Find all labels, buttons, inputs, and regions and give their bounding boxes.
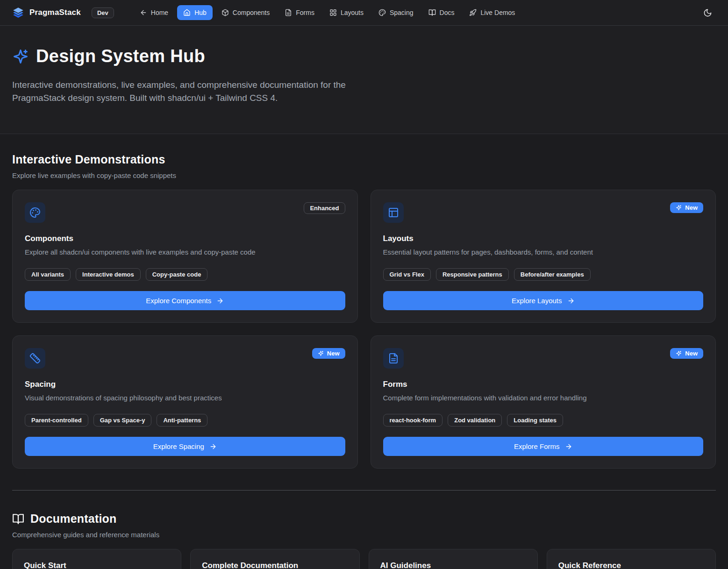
sparkles-icon (12, 48, 29, 65)
nav-item-docs[interactable]: Docs (422, 5, 461, 20)
explore-forms-button[interactable]: Explore Forms (383, 437, 704, 456)
demo-cards-grid: Enhanced Components Explore all shadcn/u… (12, 190, 716, 469)
section-divider (12, 490, 716, 491)
arrow-right-icon (565, 443, 572, 450)
doc-card-title: Complete Documentation (202, 561, 348, 569)
card-title: Components (25, 234, 345, 243)
nav-item-label: Components (233, 9, 270, 16)
button-label: Explore Layouts (512, 297, 562, 305)
doc-card-quick-start[interactable]: Quick Start 5-minute crash course (12, 549, 181, 569)
explore-components-button[interactable]: Explore Components (25, 291, 345, 310)
badge-label: New (327, 350, 340, 357)
docs-section-title: Documentation (30, 512, 117, 526)
file-text-icon (388, 353, 399, 364)
explore-layouts-button[interactable]: Explore Layouts (383, 291, 704, 310)
demo-card-spacing: New Spacing Visual demonstrations of spa… (12, 335, 358, 469)
button-label: Explore Spacing (153, 442, 204, 450)
nav-item-components[interactable]: Components (215, 5, 276, 20)
tag: Anti-patterns (157, 414, 207, 427)
sparkles-icon (676, 350, 682, 356)
tag: All variants (25, 268, 71, 281)
icon-tile (383, 202, 404, 223)
nav-item-label: Forms (296, 9, 314, 16)
brand[interactable]: PragmaStack Dev (12, 7, 114, 19)
new-badge: New (670, 348, 703, 359)
nav-item-forms[interactable]: Forms (278, 5, 321, 20)
doc-card-ai-guidelines[interactable]: AI Guidelines Rules for AI code generati… (369, 549, 538, 569)
button-label: Explore Forms (514, 442, 560, 450)
icon-tile (25, 348, 45, 369)
sparkles-icon (318, 350, 324, 356)
tag: Parent-controlled (25, 414, 88, 427)
page-title: Design System Hub (36, 46, 205, 66)
tag-list: Grid vs Flex Responsive patterns Before/… (383, 268, 704, 281)
nav-item-label: Live Demos (480, 9, 515, 16)
layout-grid-icon (329, 9, 337, 16)
icon-tile (383, 348, 404, 369)
arrow-right-icon (209, 443, 217, 450)
box-icon (221, 9, 229, 16)
demo-card-forms: New Forms Complete form implementations … (371, 335, 716, 469)
layers-icon (12, 7, 24, 19)
card-description: Explore all shadcn/ui components with li… (25, 248, 345, 256)
demo-card-layouts: New Layouts Essential layout patterns fo… (371, 190, 716, 323)
card-title: Layouts (383, 234, 704, 243)
nav-links: Home Hub Components Forms Layouts (134, 5, 521, 20)
nav-item-live-demos[interactable]: Live Demos (463, 5, 521, 20)
tag-list: Parent-controlled Gap vs Space-y Anti-pa… (25, 414, 345, 427)
doc-cards-grid: Quick Start 5-minute crash course Comple… (12, 549, 716, 569)
tag: Copy-paste code (146, 268, 208, 281)
new-badge: New (312, 348, 345, 359)
nav-item-label: Hub (194, 9, 207, 16)
house-icon (183, 9, 191, 16)
nav-item-hub[interactable]: Hub (177, 5, 213, 20)
button-label: Explore Components (146, 297, 211, 305)
nav-item-label: Layouts (341, 9, 364, 16)
icon-tile (25, 202, 45, 223)
badge-label: New (685, 350, 698, 357)
badge-label: New (685, 204, 698, 211)
explore-spacing-button[interactable]: Explore Spacing (25, 437, 345, 456)
demos-section-subtitle: Explore live examples with copy-paste co… (12, 171, 716, 179)
doc-card-complete-documentation[interactable]: Complete Documentation Full design syste… (190, 549, 359, 569)
sparkles-icon (676, 205, 682, 211)
nav-item-home[interactable]: Home (134, 5, 174, 20)
env-badge: Dev (92, 7, 114, 18)
nav-item-layouts[interactable]: Layouts (323, 5, 370, 20)
arrow-left-icon (140, 9, 147, 16)
doc-card-title: Quick Start (24, 561, 170, 569)
theme-toggle-button[interactable] (699, 4, 716, 21)
new-badge: New (670, 202, 703, 213)
arrow-right-icon (567, 297, 575, 305)
card-description: Essential layout patterns for pages, das… (383, 248, 704, 256)
rocket-icon (469, 9, 477, 16)
card-description: Visual demonstrations of spacing philoso… (25, 394, 345, 402)
book-open-icon (12, 513, 24, 525)
card-description: Complete form implementations with valid… (383, 394, 704, 402)
docs-section: Documentation Comprehensive guides and r… (12, 512, 716, 569)
card-title: Forms (383, 380, 704, 389)
tag: Before/after examples (514, 268, 591, 281)
palette-icon (378, 9, 386, 16)
tag: Gap vs Space-y (93, 414, 152, 427)
nav-item-label: Docs (440, 9, 455, 16)
panels-layout-icon (388, 207, 399, 218)
doc-card-title: Quick Reference (558, 561, 704, 569)
ruler-icon (29, 353, 41, 364)
main-content: Interactive Demonstrations Explore live … (0, 134, 728, 569)
hero-section: Design System Hub Interactive demonstrat… (0, 26, 728, 134)
nav-item-spacing[interactable]: Spacing (372, 5, 420, 20)
tag-list: All variants Interactive demos Copy-past… (25, 268, 345, 281)
moon-icon (703, 8, 712, 17)
nav-item-label: Spacing (390, 9, 414, 16)
top-navbar: PragmaStack Dev Home Hub Components Fo (0, 0, 728, 26)
tag: Interactive demos (76, 268, 141, 281)
nav-item-label: Home (151, 9, 168, 16)
palette-icon (29, 207, 41, 218)
doc-card-quick-reference[interactable]: Quick Reference Cheat sheet for lookups (547, 549, 716, 569)
book-open-icon (428, 9, 436, 16)
tag-list: react-hook-form Zod validation Loading s… (383, 414, 704, 427)
doc-card-title: AI Guidelines (380, 561, 526, 569)
arrow-right-icon (216, 297, 224, 305)
hero-description: Interactive demonstrations, live example… (12, 78, 360, 105)
